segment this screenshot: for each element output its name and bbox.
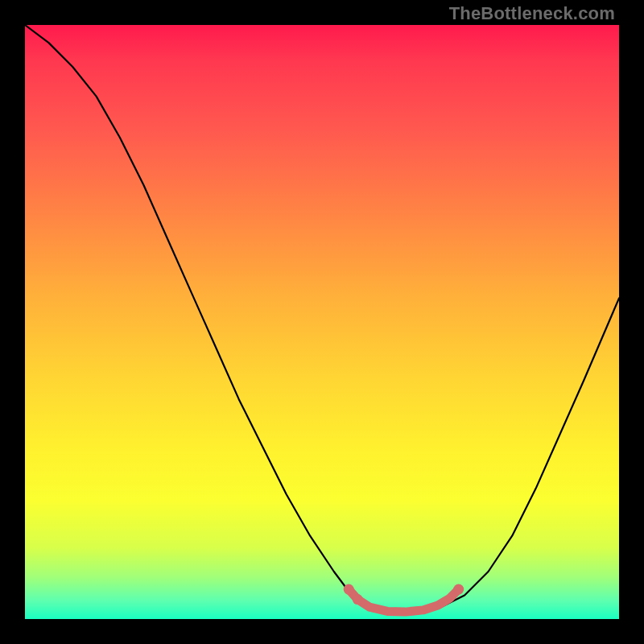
plot-area: [25, 25, 619, 619]
optimal-range-highlight: [349, 589, 459, 612]
curve-layer: [25, 25, 619, 619]
bottleneck-curve: [25, 25, 619, 613]
highlight-dot: [453, 584, 464, 595]
watermark-text: TheBottleneck.com: [449, 3, 615, 24]
highlight-dot: [344, 584, 354, 595]
chart-frame: TheBottleneck.com: [0, 0, 644, 644]
highlight-dot: [353, 594, 363, 605]
